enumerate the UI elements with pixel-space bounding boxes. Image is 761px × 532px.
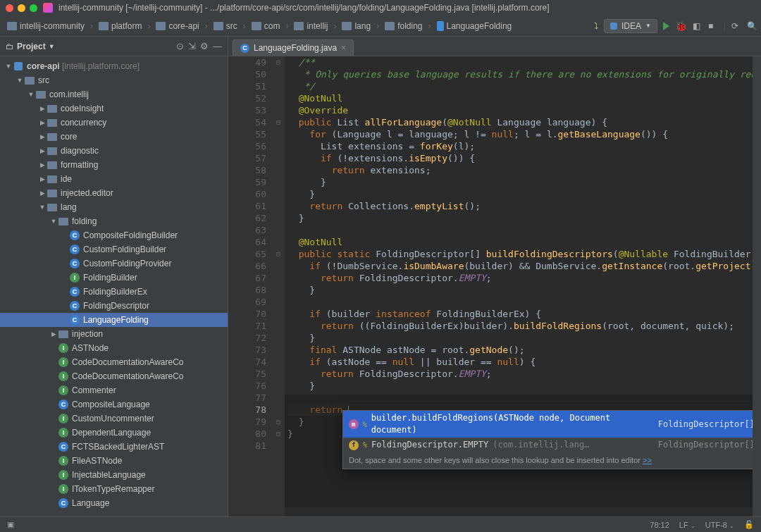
breadcrumb[interactable]: src: [211, 20, 240, 32]
build-icon[interactable]: ⤵: [594, 21, 598, 31]
breadcrumb[interactable]: lang: [339, 20, 373, 32]
tree-node-folder[interactable]: lang: [0, 200, 228, 214]
tree-node-class[interactable]: IDependentLanguage: [0, 426, 228, 440]
tree-node-folder[interactable]: diagnostic: [0, 144, 228, 158]
tree-node-class[interactable]: IITokenTypeRemapper: [0, 482, 228, 496]
completion-popup[interactable]: m % builder.buildFoldRegions(ASTNode nod…: [342, 410, 753, 469]
run-config-select[interactable]: IDEA ▼: [604, 19, 657, 33]
class-icon: [437, 21, 444, 31]
code-editor[interactable]: 4950515253545556575859606162636465666768…: [228, 56, 761, 516]
line-gutter[interactable]: 4950515253545556575859606162636465666768…: [228, 56, 272, 516]
tree-node-class[interactable]: ICodeDocumentationAwareCo: [0, 369, 228, 383]
interface-icon: I: [58, 470, 68, 480]
tree-node-class[interactable]: ICodeDocumentationAwareCo: [0, 355, 228, 369]
close-icon[interactable]: ×: [341, 43, 346, 53]
stop-button[interactable]: ■: [708, 21, 718, 31]
tree-node-class-selected[interactable]: CLanguageFolding: [0, 313, 228, 327]
interface-icon: I: [58, 357, 68, 367]
class-icon: C: [70, 259, 80, 268]
caret-position[interactable]: 78:12: [650, 521, 669, 529]
tree-node-class[interactable]: IInjectableLanguage: [0, 468, 228, 482]
tree-node-folder[interactable]: formatting: [0, 158, 228, 172]
completion-return-type: FoldingDescriptor[]: [658, 419, 753, 431]
navigation-bar: intellij-community› platform› core-api› …: [0, 16, 761, 37]
editor-tabs: C LanguageFolding.java ×: [228, 37, 761, 56]
tool-windows-toggle-icon[interactable]: ▣: [7, 520, 14, 529]
tree-node-class[interactable]: ICommenter: [0, 383, 228, 397]
tree-node-class[interactable]: CFoldingDescriptor: [0, 299, 228, 313]
completion-return-type: FoldingDescriptor[]: [658, 439, 753, 451]
folder-icon: [294, 22, 304, 30]
debug-button[interactable]: 🐞: [675, 20, 687, 32]
tree-node-folder[interactable]: folding: [0, 214, 228, 228]
tree-node-class[interactable]: IASTNode: [0, 341, 228, 355]
tree-node-folder[interactable]: injection: [0, 327, 228, 341]
interface-icon: I: [58, 371, 68, 381]
tree-node-folder[interactable]: src: [0, 73, 228, 87]
tree-node-class[interactable]: CFoldingBuilderEx: [0, 285, 228, 299]
breadcrumb[interactable]: core-api: [153, 20, 202, 32]
tree-node-class[interactable]: CCompositeFoldingBuilder: [0, 228, 228, 242]
interface-icon: I: [58, 484, 68, 494]
breadcrumb[interactable]: LanguageFolding: [434, 20, 515, 32]
tree-node-class[interactable]: CLanguage: [0, 496, 228, 510]
file-encoding[interactable]: UTF-8 ⌄: [705, 521, 734, 529]
code-content[interactable]: /** * Only queries base language results…: [285, 56, 753, 516]
tree-node-module[interactable]: core-api [intellij.platform.core]: [0, 59, 228, 73]
tree-node-folder[interactable]: ide: [0, 172, 228, 186]
interface-icon: I: [58, 343, 68, 353]
project-tree[interactable]: core-api [intellij.platform.core] src co…: [0, 56, 228, 516]
hide-icon[interactable]: —: [213, 41, 222, 51]
fold-gutter[interactable]: ⊟⊟⊟⊟⊟: [272, 56, 285, 516]
interface-icon: I: [58, 456, 68, 466]
folder-icon: [58, 218, 68, 225]
tree-node-folder[interactable]: core: [0, 130, 228, 144]
zoom-window-icon[interactable]: [30, 4, 37, 12]
breadcrumb[interactable]: platform: [96, 20, 144, 32]
class-icon: C: [70, 245, 80, 254]
error-stripe[interactable]: [753, 56, 761, 516]
close-window-icon[interactable]: [6, 4, 13, 12]
tree-node-folder[interactable]: concurrency: [0, 116, 228, 130]
tree-node-class[interactable]: CFCTSBackedLighterAST: [0, 440, 228, 454]
completion-item[interactable]: m % builder.buildFoldRegions(ASTNode nod…: [343, 411, 753, 438]
editor-tab[interactable]: C LanguageFolding.java ×: [233, 39, 354, 56]
breadcrumb[interactable]: folding: [382, 20, 425, 32]
minimize-window-icon[interactable]: [18, 4, 25, 12]
breadcrumb[interactable]: com: [249, 20, 283, 32]
tree-node-class[interactable]: IFileASTNode: [0, 454, 228, 468]
breadcrumb[interactable]: intellij-community: [4, 20, 87, 32]
tree-node-class[interactable]: CCompositeLanguage: [0, 397, 228, 412]
tree-node-folder[interactable]: injected.editor: [0, 186, 228, 200]
tree-node-folder[interactable]: com.intellij: [0, 87, 228, 101]
coverage-button[interactable]: ◧: [693, 21, 703, 31]
readonly-toggle-icon[interactable]: 🔓: [744, 520, 754, 529]
run-button[interactable]: [663, 22, 669, 30]
tree-node-class[interactable]: CCustomFoldingProvider: [0, 256, 228, 271]
completion-item[interactable]: f % FoldingDescriptor.EMPTY (com.intelli…: [343, 438, 753, 452]
collapse-all-icon[interactable]: ⇲: [188, 41, 196, 51]
scroll-to-source-icon[interactable]: ⊙: [176, 41, 184, 51]
tree-node-folder[interactable]: codeInsight: [0, 101, 228, 116]
line-separator[interactable]: LF ⌄: [679, 521, 695, 529]
breadcrumb[interactable]: intellij: [291, 20, 330, 32]
completion-hint-link[interactable]: >>: [643, 456, 652, 464]
search-everywhere-button[interactable]: 🔍: [747, 21, 757, 31]
class-icon: C: [70, 230, 80, 240]
project-tool-header: 🗀 Project ▼ ⊙ ⇲ ⚙ —: [0, 37, 228, 56]
tree-node-class[interactable]: ICustomUncommenter: [0, 412, 228, 426]
class-icon: C: [70, 287, 80, 297]
interface-icon: I: [70, 273, 80, 283]
app-icon: [43, 3, 53, 13]
update-project-button[interactable]: ⟳: [731, 21, 741, 31]
window-controls[interactable]: [6, 4, 37, 12]
project-tool-label[interactable]: 🗀 Project ▼: [6, 42, 55, 51]
folder-icon: [342, 22, 352, 30]
class-icon: C: [70, 301, 80, 311]
tree-node-class[interactable]: IFoldingBuilder: [0, 271, 228, 285]
folder-icon: [47, 105, 57, 113]
class-icon: C: [58, 400, 68, 409]
project-tool-window: 🗀 Project ▼ ⊙ ⇲ ⚙ — core-api [intellij.p…: [0, 37, 228, 516]
tree-node-class[interactable]: CCustomFoldingBuilder: [0, 242, 228, 256]
settings-icon[interactable]: ⚙: [200, 41, 209, 51]
